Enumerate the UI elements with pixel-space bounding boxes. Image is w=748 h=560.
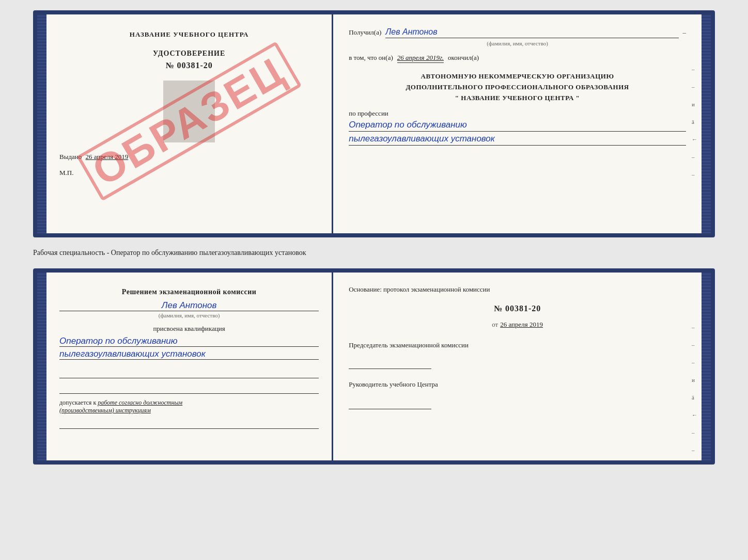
side-marks: – – и ā ← – – bbox=[692, 66, 697, 178]
protocol-date: 26 апреля 2019 bbox=[500, 321, 543, 329]
profession-value-1: Оператор по обслуживанию bbox=[349, 120, 686, 132]
chairman-block: Председатель экзаменационной комиссии bbox=[349, 341, 686, 369]
org-block: АВТОНОМНУЮ НЕКОММЕРЧЕСКУЮ ОРГАНИЗАЦИЮ ДО… bbox=[349, 71, 686, 103]
top-certificate: НАЗВАНИЕ УЧЕБНОГО ЦЕНТРА УДОСТОВЕРЕНИЕ №… bbox=[33, 10, 715, 237]
director-signature-line bbox=[349, 399, 431, 409]
photo-placeholder bbox=[163, 81, 215, 142]
dash-right: – bbox=[683, 28, 687, 37]
admission-link-text2: (производственным) инструкциям bbox=[59, 407, 151, 414]
blank-line-1 bbox=[59, 368, 319, 378]
admission-label: допускается к bbox=[59, 399, 96, 406]
issue-date-value: 26 апреля 2019 bbox=[86, 153, 129, 161]
commission-header: Решением экзаменационной комиссии bbox=[59, 288, 319, 296]
qualification-value-2: пылегазоулавливающих установок bbox=[59, 349, 319, 360]
director-label: Руководитель учебного Центра bbox=[349, 379, 686, 390]
profession-value-2: пылегазоулавливающих установок bbox=[349, 134, 686, 146]
bottom-book-spine-right bbox=[702, 273, 711, 460]
top-right-page: Получил(а) Лев Антонов – (фамилия, имя, … bbox=[333, 14, 702, 233]
protocol-number: № 00381-20 bbox=[349, 304, 686, 313]
mp-label: М.П. bbox=[59, 169, 319, 177]
top-left-page: НАЗВАНИЕ УЧЕБНОГО ЦЕНТРА УДОСТОВЕРЕНИЕ №… bbox=[46, 14, 333, 233]
bottom-book-spine-left bbox=[37, 273, 46, 460]
recipient-line: Получил(а) Лев Антонов – bbox=[349, 27, 686, 38]
date-row: в том, что он(а) 26 апреля 2019г. окончи… bbox=[349, 54, 686, 63]
between-section: Рабочая специальность - Оператор по обсл… bbox=[33, 247, 715, 259]
recipient-label: Получил(а) bbox=[349, 28, 381, 37]
commission-name: Лев Антонов bbox=[59, 300, 319, 311]
basis-label: Основание: протокол экзаменационной коми… bbox=[349, 285, 686, 294]
blank-line-2 bbox=[59, 383, 319, 394]
commission-fio-label: (фамилия, имя, отчество) bbox=[59, 312, 319, 318]
between-text: Рабочая специальность - Оператор по обсл… bbox=[33, 249, 306, 257]
issue-label: Выдано bbox=[59, 153, 82, 161]
book-spine-right bbox=[702, 14, 711, 233]
bottom-left-page: Решением экзаменационной комиссии Лев Ан… bbox=[46, 273, 333, 460]
chairman-label: Председатель экзаменационной комиссии bbox=[349, 341, 686, 349]
org-line3: " НАЗВАНИЕ УЧЕБНОГО ЦЕНТРА " bbox=[349, 93, 686, 104]
fio-sublabel: (фамилия, имя, отчество) bbox=[349, 40, 686, 46]
org-line2: ДОПОЛНИТЕЛЬНОГО ПРОФЕССИОНАЛЬНОГО ОБРАЗО… bbox=[349, 82, 686, 93]
blank-line-3 bbox=[59, 419, 319, 429]
institution-name: НАЗВАНИЕ УЧЕБНОГО ЦЕНТРА bbox=[59, 30, 319, 39]
from-label: от bbox=[492, 321, 498, 329]
qualification-value-1: Оператор по обслуживанию bbox=[59, 336, 319, 347]
cert-type: УДОСТОВЕРЕНИЕ bbox=[59, 50, 319, 58]
admission-text: допускается к работе согласно должностны… bbox=[59, 399, 319, 414]
chairman-signature-line bbox=[349, 359, 431, 369]
date-finished: окончил(а) bbox=[448, 54, 479, 62]
bottom-certificate: Решением экзаменационной комиссии Лев Ан… bbox=[33, 268, 715, 465]
recipient-name: Лев Антонов bbox=[385, 27, 678, 38]
profession-label: по профессии bbox=[349, 109, 686, 118]
assigned-label: присвоена квалификация bbox=[59, 325, 319, 333]
admission-link-text: работе согласно должностным bbox=[98, 399, 182, 406]
date-value: 26 апреля 2019г. bbox=[397, 54, 444, 63]
bottom-right-page: Основание: протокол экзаменационной коми… bbox=[333, 273, 702, 460]
protocol-date-row: от 26 апреля 2019 bbox=[349, 321, 686, 329]
org-line1: АВТОНОМНУЮ НЕКОММЕРЧЕСКУЮ ОРГАНИЗАЦИЮ bbox=[349, 71, 686, 82]
bottom-side-marks: – – – и ā ← – – bbox=[692, 324, 697, 453]
cert-number: № 00381-20 bbox=[59, 61, 319, 70]
date-label: в том, что он(а) bbox=[349, 54, 393, 62]
book-spine-left bbox=[37, 14, 46, 233]
issue-date-line: Выдано 26 апреля 2019 bbox=[59, 153, 319, 161]
